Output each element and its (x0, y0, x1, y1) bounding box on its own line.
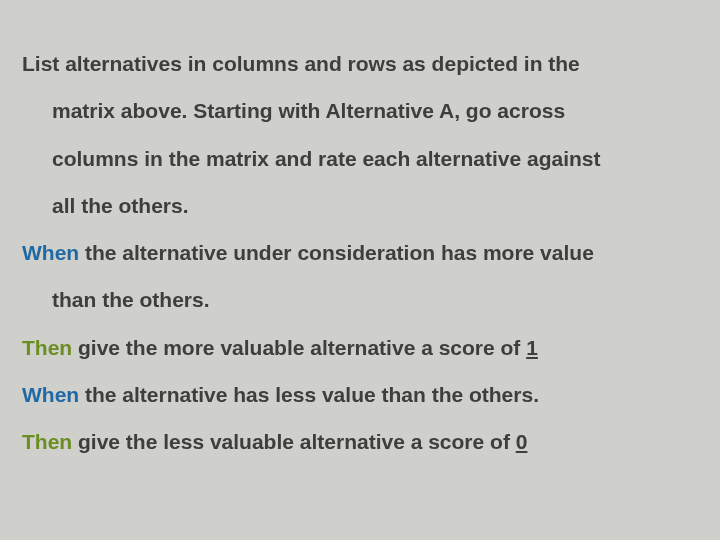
paragraph-then-less: Then give the less valuable alternative … (22, 418, 690, 465)
paragraph-then-more: Then give the more valuable alternative … (22, 324, 690, 371)
paragraph-intro: List alternatives in columns and rows as… (22, 40, 690, 229)
score-one: 1 (526, 336, 538, 359)
keyword-when: When (22, 241, 79, 264)
then-more-text: give the more valuable alternative a sco… (72, 336, 526, 359)
when-less-text: the alternative has less value than the … (79, 383, 539, 406)
intro-line-1: List alternatives in columns and rows as… (22, 52, 580, 75)
score-zero: 0 (516, 430, 528, 453)
intro-line-3: columns in the matrix and rate each alte… (22, 135, 690, 182)
paragraph-when-more: When the alternative under consideration… (22, 229, 690, 324)
slide-body: List alternatives in columns and rows as… (0, 0, 720, 540)
keyword-then: Then (22, 336, 72, 359)
intro-line-2: matrix above. Starting with Alternative … (22, 87, 690, 134)
paragraph-when-less: When the alternative has less value than… (22, 371, 690, 418)
intro-line-4: all the others. (22, 182, 690, 229)
when-more-line-1: the alternative under consideration has … (79, 241, 594, 264)
then-less-text: give the less valuable alternative a sco… (72, 430, 516, 453)
keyword-then: Then (22, 430, 72, 453)
when-more-line-2: than the others. (22, 276, 690, 323)
keyword-when: When (22, 383, 79, 406)
